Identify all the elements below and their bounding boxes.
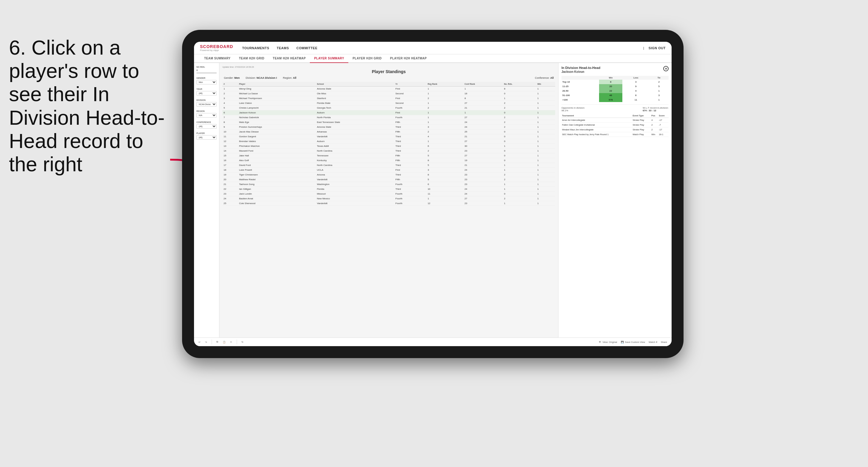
- h2h-row: Top 10 8 3 2: [561, 80, 669, 84]
- table-row[interactable]: 5 Christo Lamprecht Georgia Tech Fourth …: [222, 106, 555, 111]
- table-row[interactable]: 25 Cole Sherwood Vanderbilt Fourth 12 23…: [222, 201, 555, 206]
- tab-team-summary[interactable]: TEAM SUMMARY: [200, 54, 235, 63]
- cell-conf-rank: 24: [463, 187, 503, 192]
- table-row[interactable]: 14 Maxwell Ford North Carolina Third 2 2…: [222, 149, 555, 153]
- cell-yr: Fourth: [394, 182, 427, 187]
- table-row[interactable]: 15 Jake Hall Tennessee Fifth 5 27 0 1: [222, 153, 555, 158]
- col-yr: Yr: [394, 82, 427, 87]
- opponents-info: Opponents in division: 98.1% W-L-T recor…: [561, 104, 669, 112]
- table-row[interactable]: 9 Preston Summerhays Arizona State Third…: [222, 125, 555, 129]
- watch-button[interactable]: Watch ▾: [649, 341, 657, 343]
- cell-reg-rank: 1: [427, 139, 464, 144]
- h2h-close-button[interactable]: ✕: [663, 66, 669, 71]
- table-row[interactable]: 16 Alex Goff Kentucky Fifth 8 19 0 1: [222, 158, 555, 163]
- division-select[interactable]: NCAA Division I: [196, 102, 217, 106]
- cell-yr: Fourth: [394, 196, 427, 201]
- table-row[interactable]: 11 Gordon Sargent Vanderbilt Third 4 21 …: [222, 134, 555, 139]
- t-col-pos: Pos: [651, 114, 658, 118]
- cut-button[interactable]: ✂: [230, 341, 232, 343]
- table-row[interactable]: 8 Mats Ege East Tennessee State Fifth 1 …: [222, 120, 555, 125]
- cell-reg-rank: 1: [427, 87, 464, 91]
- cell-conf-rank: 27: [463, 139, 503, 144]
- tab-team-h2h-heatmap[interactable]: TEAM H2H HEATMAP: [269, 54, 310, 63]
- view-original-button[interactable]: 👁 View: Original: [599, 341, 617, 343]
- table-row[interactable]: 20 Matthew Riedel Vanderbilt Fifth 5 23 …: [222, 177, 555, 182]
- redo-button[interactable]: ↪: [205, 341, 207, 343]
- table-row[interactable]: 6 Jackson Koivun Auburn First 1 1 0 1: [222, 111, 555, 115]
- table-row[interactable]: 21 Taehoon Song Washington Fourth 6 23 1…: [222, 182, 555, 187]
- tab-player-h2h-heatmap[interactable]: PLAYER H2H HEATMAP: [386, 54, 431, 63]
- table-row[interactable]: 2 Michael La Sasse Ole Miss Second 1 18 …: [222, 91, 555, 96]
- instruction-text: 6. Click on a player's row to see their …: [0, 36, 167, 176]
- cell-conf-rank: 8: [463, 96, 503, 101]
- table-row[interactable]: 17 David Ford North Carolina Third 5 21 …: [222, 163, 555, 168]
- table-row[interactable]: 1 Wenyi Ding Arizona State First 1 1 8 1: [222, 87, 555, 91]
- cell-school: Florida State: [316, 101, 394, 106]
- tab-player-h2h-grid[interactable]: PLAYER H2H GRID: [348, 54, 386, 63]
- copy-button[interactable]: ⧉: [216, 340, 218, 343]
- cell-reg-rank: 4: [427, 134, 464, 139]
- cell-num: 13: [222, 144, 238, 149]
- cell-player: Christo Lamprecht: [238, 106, 316, 111]
- cell-reg-rank: 1: [427, 115, 464, 120]
- region-select[interactable]: N/A: [196, 113, 217, 118]
- cell-conf-rank: 27: [463, 153, 503, 158]
- share-button[interactable]: Share: [661, 341, 667, 343]
- h2h-range: 51-100: [561, 93, 599, 98]
- cell-school: Vanderbilt: [316, 134, 394, 139]
- h2h-title: In Division Head-to-Head: [561, 66, 600, 69]
- no-rounds-value: 6: [196, 69, 217, 72]
- t-col-type: Event Type: [632, 114, 651, 118]
- tournament-pos: Win: [651, 132, 658, 137]
- conference-select[interactable]: (All): [196, 124, 217, 129]
- cell-no-rds: 8: [503, 87, 536, 91]
- refresh-button[interactable]: ↻: [242, 341, 244, 343]
- player-select[interactable]: (All): [196, 135, 217, 139]
- nav-committee[interactable]: COMMITTEE: [297, 45, 318, 51]
- h2h-win: 46: [599, 93, 622, 98]
- table-row[interactable]: 19 Tiger Christensen Arizona Third 8 23 …: [222, 173, 555, 177]
- table-row[interactable]: 22 Ian Gilligan Florida Third 10 24 1 1: [222, 187, 555, 192]
- table-row[interactable]: 18 Luke Powell UCLA First 3 24 1 1: [222, 168, 555, 173]
- undo-button[interactable]: ↩: [198, 341, 200, 343]
- table-row[interactable]: 24 Bastien Amat New Mexico Fourth 1 27 2…: [222, 196, 555, 201]
- table-row[interactable]: 7 Nicholas Gabrelcik North Florida Fourt…: [222, 115, 555, 120]
- cell-no-rds: 2: [503, 125, 536, 129]
- cell-reg-rank: 2: [427, 129, 464, 134]
- rounds-slider[interactable]: [196, 72, 217, 73]
- gender-select[interactable]: Men: [196, 80, 217, 85]
- table-row[interactable]: 23 Jack Lundin Missouri Fourth 11 24 0 1: [222, 192, 555, 196]
- h2h-col-range: [561, 76, 599, 80]
- table-row[interactable]: 10 Jacob Mac Diease Arkansas Fifth 2 25 …: [222, 129, 555, 134]
- sign-out-button[interactable]: Sign out: [649, 45, 665, 51]
- no-rounds-label: No Rds.: [196, 66, 217, 68]
- standings-title: Player Standings: [222, 69, 555, 74]
- tournament-name: Fallen Oak Collegiate Invitational: [561, 123, 632, 127]
- table-row[interactable]: 13 Phichaksn Maichon Texas A&M Third 6 3…: [222, 144, 555, 149]
- cell-school: Stanford: [316, 96, 394, 101]
- table-row[interactable]: 3 Michael Thorbjornsen Stanford First 2 …: [222, 96, 555, 101]
- h2h-row: 51-100 46 6 3: [561, 93, 669, 98]
- table-row[interactable]: 4 Luke Claton Florida State Second 1 27 …: [222, 101, 555, 106]
- tournament-row: Amer Ari Intercollegiate Stroke Play 4 -…: [561, 118, 669, 123]
- cell-num: 8: [222, 120, 238, 125]
- year-select[interactable]: (All): [196, 91, 217, 95]
- tournament-type: Match Play: [632, 132, 651, 137]
- tab-team-h2h-grid[interactable]: TEAM H2H GRID: [235, 54, 268, 63]
- filter-player: Player (All): [196, 132, 217, 139]
- save-custom-view-button[interactable]: 💾 Save Custom View: [621, 341, 645, 343]
- update-time: Update time: 27/03/2024 16:56:26: [222, 66, 555, 68]
- tournament-row: Mirabel Maui Jim Intercollegiate Stroke …: [561, 127, 669, 132]
- tab-player-summary[interactable]: PLAYER SUMMARY: [310, 54, 348, 63]
- nav-teams[interactable]: TEAMS: [277, 45, 289, 51]
- table-row[interactable]: 12 Brendan Valdes Auburn Third 1 27 0 1: [222, 139, 555, 144]
- cell-win: 1: [536, 177, 555, 182]
- paste-button[interactable]: 📋: [223, 341, 226, 343]
- toolbar-sep-2: [237, 340, 237, 344]
- cell-conf-rank: 18: [463, 91, 503, 96]
- cell-num: 3: [222, 96, 238, 101]
- cell-yr: Fifth: [394, 153, 427, 158]
- nav-tournaments[interactable]: TOURNAMENTS: [242, 45, 269, 51]
- cell-reg-rank: 5: [427, 153, 464, 158]
- cell-yr: Second: [394, 101, 427, 106]
